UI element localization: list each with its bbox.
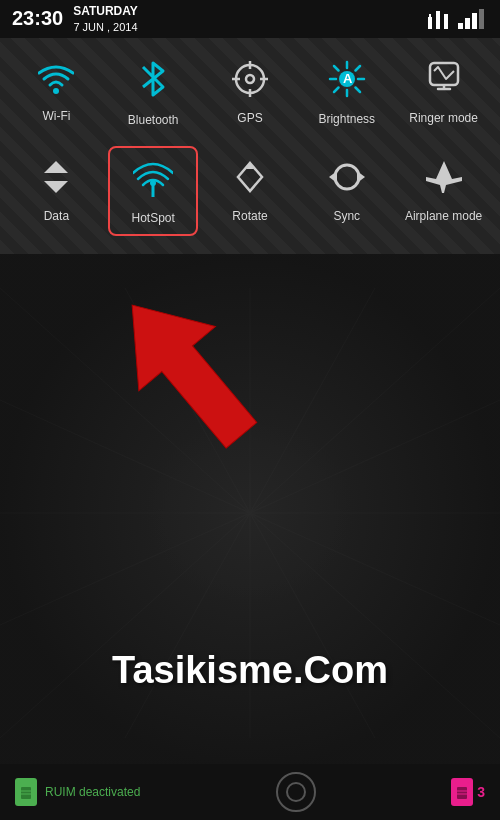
svg-rect-0	[428, 17, 432, 29]
sim-right-indicator: 3	[451, 778, 485, 806]
svg-marker-34	[329, 171, 337, 183]
sim-right-icon	[451, 778, 473, 806]
arrow-annotation	[80, 274, 300, 474]
qs-bluetooth[interactable]: Bluetooth	[108, 48, 198, 138]
sync-label: Sync	[333, 209, 360, 223]
wifi-label: Wi-Fi	[42, 109, 70, 123]
home-button[interactable]	[276, 772, 316, 812]
hotspot-label: HotSpot	[132, 211, 175, 225]
qs-sync[interactable]: Sync	[302, 146, 392, 236]
airplane-label: Airplane mode	[405, 209, 482, 223]
svg-marker-30	[44, 181, 68, 193]
home-circle-icon	[286, 782, 306, 802]
main-content: Tasikisme.Com	[0, 254, 500, 772]
svg-point-11	[246, 75, 254, 83]
svg-line-23	[355, 66, 360, 71]
svg-rect-55	[21, 787, 31, 799]
svg-point-32	[150, 180, 156, 186]
svg-rect-26	[430, 63, 458, 85]
svg-line-21	[334, 66, 339, 71]
svg-line-22	[355, 88, 360, 93]
quick-settings-row-1: Wi-Fi Bluetooth G	[8, 48, 492, 138]
status-bar: 23:30 SATURDAY 7 JUN , 2014	[0, 0, 500, 38]
status-day: SATURDAY	[73, 4, 138, 20]
sim-left-icon	[15, 778, 37, 806]
qs-data[interactable]: Data	[11, 146, 101, 236]
qs-rotate[interactable]: Rotate	[205, 146, 295, 236]
status-icons	[426, 9, 488, 29]
rotate-label: Rotate	[232, 209, 267, 223]
bluetooth-label: Bluetooth	[128, 113, 179, 127]
gps-icon	[232, 61, 268, 105]
svg-rect-7	[472, 13, 477, 29]
equalizer-icon	[426, 9, 450, 29]
wifi-icon	[38, 63, 74, 103]
quick-settings-panel: Wi-Fi Bluetooth G	[0, 38, 500, 254]
svg-line-24	[334, 88, 339, 93]
qs-ringer[interactable]: Ringer mode	[399, 48, 489, 138]
svg-rect-59	[457, 787, 467, 799]
svg-rect-8	[479, 9, 484, 29]
qs-airplane[interactable]: Airplane mode	[399, 146, 489, 236]
svg-rect-1	[436, 11, 440, 29]
svg-marker-29	[44, 161, 68, 173]
airplane-icon	[426, 159, 462, 203]
ringer-label: Ringer mode	[409, 111, 478, 125]
gps-label: GPS	[237, 111, 262, 125]
data-icon	[38, 159, 74, 203]
qs-gps[interactable]: GPS	[205, 48, 295, 138]
sim-right-number: 3	[477, 784, 485, 800]
signal-icon	[458, 9, 488, 29]
watermark-text: Tasikisme.Com	[0, 649, 500, 692]
quick-settings-row-2: Data HotSpot	[8, 146, 492, 236]
svg-point-9	[53, 88, 59, 94]
svg-rect-6	[465, 18, 470, 29]
svg-marker-53	[94, 274, 280, 467]
qs-wifi[interactable]: Wi-Fi	[11, 48, 101, 138]
svg-text:A: A	[343, 71, 353, 86]
data-label: Data	[44, 209, 69, 223]
svg-marker-33	[357, 171, 365, 183]
svg-rect-5	[458, 23, 463, 29]
sync-icon	[329, 159, 365, 203]
sim-left-indicator: RUIM deactivated	[15, 778, 140, 806]
rotate-icon	[232, 159, 268, 203]
status-date: 7 JUN , 2014	[73, 20, 138, 34]
bottom-bar: RUIM deactivated 3	[0, 764, 500, 820]
hotspot-icon	[133, 157, 173, 205]
qs-hotspot[interactable]: HotSpot	[108, 146, 198, 236]
bluetooth-icon	[139, 59, 167, 107]
qs-brightness[interactable]: A Brightness	[302, 48, 392, 138]
svg-point-10	[236, 65, 264, 93]
ringer-icon	[426, 61, 462, 105]
brightness-icon: A	[328, 60, 366, 106]
brightness-label: Brightness	[318, 112, 375, 126]
svg-rect-2	[444, 14, 448, 29]
sim-left-text: RUIM deactivated	[45, 785, 140, 799]
status-time: 23:30	[12, 7, 63, 30]
